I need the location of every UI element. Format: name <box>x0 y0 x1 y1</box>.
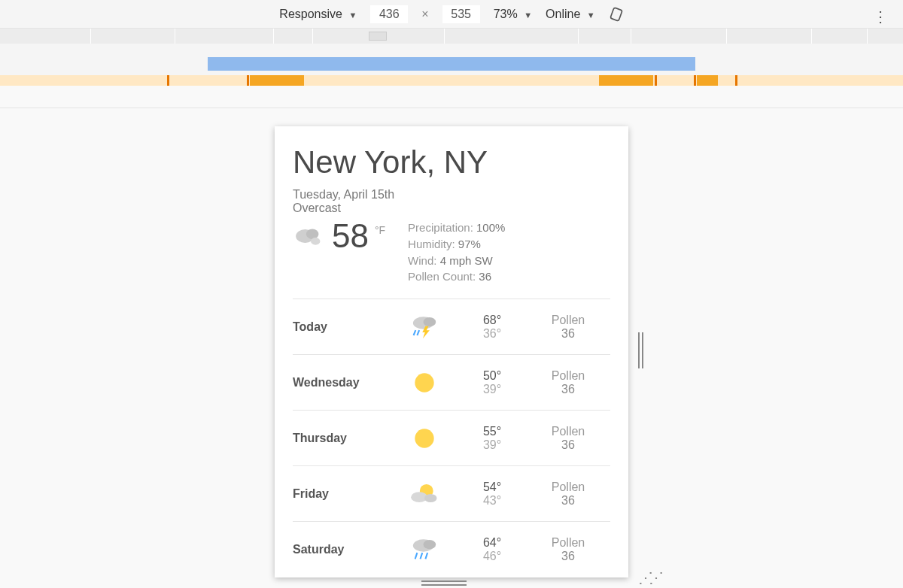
thunderstorm-icon <box>391 313 458 341</box>
ruler-handle[interactable] <box>369 32 387 41</box>
svg-point-10 <box>415 429 433 447</box>
current-temp: 58 <box>332 220 369 253</box>
forecast-high: 50° <box>458 369 526 383</box>
device-toolbar: Responsive ▼ × 73% ▼ Online ▼ ⋮ <box>0 0 903 29</box>
wind-value: 4 mph SW <box>440 254 493 267</box>
sunny-icon <box>391 424 458 453</box>
partly-icon <box>391 480 458 508</box>
pollen-column-label: Pollen <box>526 369 610 383</box>
pollen-count: 36 <box>526 550 610 563</box>
breakpoint-marker[interactable] <box>167 75 169 86</box>
svg-line-18 <box>425 553 427 559</box>
zoom-dropdown[interactable]: 73% ▼ <box>494 8 532 21</box>
forecast-high: 64° <box>458 536 526 550</box>
forecast-pollen: Pollen36 <box>526 314 610 341</box>
weather-card: New York, NY Tuesday, April 15th Overcas… <box>275 126 628 577</box>
forecast-pollen: Pollen36 <box>526 480 610 508</box>
humidity-value: 97% <box>458 238 481 250</box>
pollen-column-label: Pollen <box>526 536 610 550</box>
media-query-segment[interactable] <box>697 75 718 86</box>
forecast-low: 46° <box>458 550 526 563</box>
media-query-track <box>0 75 903 86</box>
pollen-count: 36 <box>526 494 610 508</box>
forecast-high: 55° <box>458 425 526 438</box>
breakpoint-marker[interactable] <box>247 75 249 86</box>
pollen-column-label: Pollen <box>526 425 610 438</box>
pollen-count: 36 <box>526 383 610 396</box>
forecast-day-name: Friday <box>293 487 391 501</box>
viewport-width-input[interactable] <box>370 5 408 23</box>
forecast-temps: 50°39° <box>458 369 526 396</box>
resize-handle-right[interactable] <box>638 332 646 368</box>
forecast-pollen: Pollen36 <box>526 369 610 396</box>
forecast-high: 54° <box>458 480 526 494</box>
media-query-range[interactable] <box>208 57 695 71</box>
forecast-low: 43° <box>458 494 526 508</box>
pollen-value: 36 <box>479 270 491 283</box>
chevron-down-icon: ▼ <box>524 11 532 20</box>
forecast-row[interactable]: Thursday55°39°Pollen36 <box>293 410 610 465</box>
forecast-temps: 68°36° <box>458 314 526 341</box>
media-query-bar[interactable] <box>0 44 903 86</box>
dimension-separator: × <box>421 8 428 21</box>
forecast-day-name: Today <box>293 320 391 334</box>
forecast-row[interactable]: Wednesday50°39°Pollen36 <box>293 354 610 410</box>
forecast-row[interactable]: Saturday 64°46°Pollen36 <box>293 521 610 577</box>
forecast-pollen: Pollen36 <box>526 536 610 563</box>
more-options-icon[interactable]: ⋮ <box>873 8 888 26</box>
forecast-temps: 55°39° <box>458 425 526 452</box>
device-preset-dropdown[interactable]: Responsive ▼ <box>279 8 357 21</box>
svg-point-9 <box>415 373 433 392</box>
svg-point-5 <box>424 317 436 326</box>
condition-text: Overcast <box>293 202 610 215</box>
responsive-ruler[interactable] <box>0 29 903 44</box>
current-weather: 58 °F <box>293 220 385 285</box>
humidity-label: Humidity: <box>408 238 455 250</box>
svg-line-8 <box>417 330 419 335</box>
pollen-count: 36 <box>526 438 610 452</box>
pollen-label: Pollen Count: <box>408 270 476 283</box>
forecast-low: 36° <box>458 327 526 341</box>
precip-value: 100% <box>476 221 505 234</box>
media-query-segment[interactable] <box>250 75 304 86</box>
breakpoint-marker[interactable] <box>694 75 696 86</box>
pollen-count: 36 <box>526 327 610 341</box>
forecast-list: Today 68°36°Pollen36Wednesday50°39°Polle… <box>293 299 610 577</box>
sunny-icon <box>391 368 458 397</box>
device-frame: New York, NY Tuesday, April 15th Overcas… <box>275 126 628 577</box>
forecast-row[interactable]: Friday 54°43°Pollen36 <box>293 465 610 521</box>
svg-rect-0 <box>610 7 622 20</box>
rotate-icon[interactable] <box>609 7 624 22</box>
precip-label: Precipitation: <box>408 221 473 234</box>
media-query-segment[interactable] <box>599 75 653 86</box>
svg-line-16 <box>415 553 418 559</box>
location-heading: New York, NY <box>293 144 610 180</box>
svg-point-3 <box>311 238 320 245</box>
resize-handle-bottom[interactable] <box>421 580 467 586</box>
pollen-column-label: Pollen <box>526 480 610 494</box>
pollen-column-label: Pollen <box>526 314 610 327</box>
forecast-low: 39° <box>458 438 526 452</box>
svg-point-13 <box>424 494 437 502</box>
forecast-temps: 54°43° <box>458 480 526 508</box>
forecast-day-name: Thursday <box>293 432 391 445</box>
emulated-viewport-area: New York, NY Tuesday, April 15th Overcas… <box>0 108 903 588</box>
svg-line-17 <box>421 553 423 559</box>
svg-line-7 <box>414 330 416 335</box>
breakpoint-marker[interactable] <box>735 75 737 86</box>
chevron-down-icon: ▼ <box>348 11 357 20</box>
zoom-label: 73% <box>494 8 518 20</box>
toolbar-separator <box>0 86 903 108</box>
forecast-high: 68° <box>458 314 526 327</box>
overcast-icon <box>293 220 326 256</box>
viewport-height-input[interactable] <box>442 5 480 23</box>
forecast-pollen: Pollen36 <box>526 425 610 452</box>
breakpoint-marker[interactable] <box>655 75 657 86</box>
forecast-day-name: Wednesday <box>293 376 391 389</box>
network-dropdown[interactable]: Online ▼ <box>546 8 595 21</box>
resize-handle-corner[interactable]: ⋰⋰ <box>638 568 659 586</box>
forecast-temps: 64°46° <box>458 536 526 563</box>
current-details: Precipitation: 100% Humidity: 97% Wind: … <box>408 220 505 285</box>
device-preset-label: Responsive <box>279 8 342 20</box>
forecast-row[interactable]: Today 68°36°Pollen36 <box>293 299 610 354</box>
